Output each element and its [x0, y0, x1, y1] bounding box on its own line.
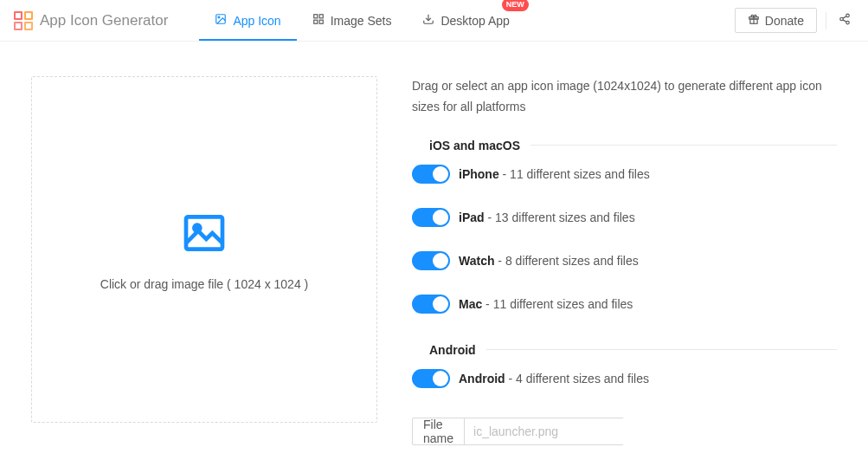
svg-rect-15 [186, 217, 222, 249]
toggle-label: iPad [459, 211, 485, 224]
header-actions: Donate [735, 8, 854, 33]
tab-label: Image Sets [331, 14, 392, 28]
tab-desktop-app[interactable]: Desktop App NEW [407, 0, 524, 41]
app-title: App Icon Generator [40, 12, 168, 29]
toggle-ipad[interactable] [412, 208, 450, 227]
gift-icon [748, 13, 760, 28]
svg-point-11 [840, 17, 844, 21]
svg-line-13 [843, 16, 846, 18]
instruction-text: Drag or select an app icon image (1024x1… [412, 76, 837, 118]
toggle-row-android: Android - 4 different sizes and files [412, 357, 837, 400]
toggle-row-mac: Mac - 11 different sizes and files [412, 282, 837, 326]
grid-icon [312, 13, 325, 28]
toggle-desc: - 11 different sizes and files [482, 297, 633, 311]
divider [826, 12, 826, 29]
filename-row: File name [412, 418, 624, 445]
toggle-desc: - 13 different sizes and files [485, 211, 635, 224]
nav-tabs: App Icon Image Sets Desktop App NEW [199, 0, 524, 41]
donate-button[interactable]: Donate [735, 8, 817, 33]
tab-label: App Icon [233, 14, 280, 28]
svg-rect-2 [313, 15, 317, 18]
tab-label: Desktop App [440, 14, 509, 28]
toggle-label: iPhone [459, 167, 499, 181]
download-icon [422, 13, 434, 28]
filename-label: File name [413, 418, 465, 444]
toggle-row-watch: Watch - 8 different sizes and files [412, 239, 837, 282]
toggle-row-ipad: iPad - 13 different sizes and files [412, 196, 837, 239]
tab-image-sets[interactable]: Image Sets [297, 0, 408, 41]
content: Click or drag image file ( 1024 x 1024 )… [0, 42, 868, 460]
share-icon[interactable] [835, 10, 854, 31]
logo-section[interactable]: App Icon Generator [14, 11, 168, 30]
toggle-row-iphone: iPhone - 11 different sizes and files [412, 152, 837, 196]
donate-label: Donate [765, 14, 804, 28]
toggle-mac[interactable] [412, 295, 450, 314]
toggle-label: Mac [459, 297, 482, 311]
filename-input[interactable] [465, 418, 633, 444]
header: App Icon Generator App Icon Image Sets D… [0, 0, 868, 42]
svg-rect-3 [319, 15, 323, 18]
toggle-watch[interactable] [412, 251, 450, 270]
svg-rect-5 [319, 20, 323, 23]
toggle-label: Watch [459, 254, 494, 268]
toggle-label: Android [459, 372, 505, 385]
new-badge: NEW [502, 0, 529, 11]
logo-icon [14, 11, 33, 30]
toggle-iphone[interactable] [412, 165, 450, 184]
dropzone-text: Click or drag image file ( 1024 x 1024 ) [100, 277, 308, 291]
image-placeholder-icon [180, 209, 228, 260]
svg-point-1 [218, 16, 220, 18]
section-android: Android Android - 4 different sizes and … [412, 343, 837, 400]
section-ios-macos: iOS and macOS iPhone - 11 different size… [412, 139, 837, 326]
svg-line-14 [843, 20, 846, 22]
right-panel: Drag or select an app icon image (1024x1… [412, 76, 837, 445]
toggle-android[interactable] [412, 369, 450, 388]
image-icon [215, 13, 227, 28]
toggle-desc: - 8 different sizes and files [494, 254, 638, 268]
svg-point-10 [846, 14, 850, 17]
svg-point-12 [846, 21, 850, 24]
toggle-desc: - 4 different sizes and files [505, 372, 649, 385]
tab-app-icon[interactable]: App Icon [199, 0, 296, 41]
section-title: iOS and macOS [412, 139, 530, 152]
svg-rect-4 [313, 20, 317, 23]
toggle-desc: - 11 different sizes and files [499, 167, 650, 181]
section-title: Android [412, 343, 486, 357]
dropzone[interactable]: Click or drag image file ( 1024 x 1024 ) [31, 76, 377, 423]
